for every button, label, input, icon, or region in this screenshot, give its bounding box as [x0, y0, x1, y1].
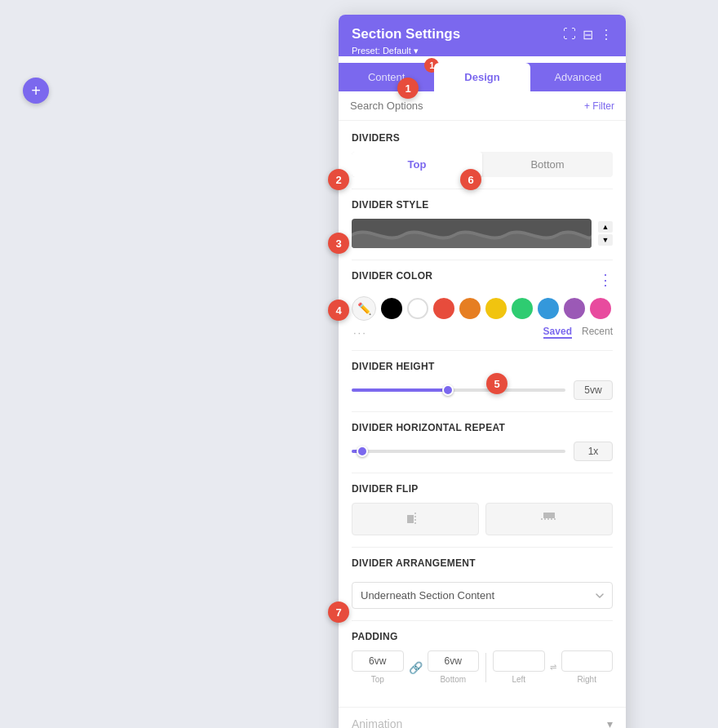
dividers-label: Dividers — [352, 132, 613, 144]
panel-content: + Filter Dividers Top Bottom Divider Sty… — [339, 91, 626, 728]
tab-design[interactable]: Design — [434, 63, 530, 91]
animation-label: Animation — [352, 717, 402, 728]
annotation-6: 6 — [460, 169, 481, 190]
style-down-arrow[interactable]: ▼ — [598, 234, 613, 246]
divider-height-track[interactable] — [352, 388, 565, 392]
flip-horizontal-button[interactable] — [352, 503, 479, 535]
more-icon[interactable]: ⋮ — [600, 27, 613, 42]
divider-height-value[interactable]: 5vw — [574, 380, 613, 400]
color-swatch-blue[interactable] — [538, 298, 559, 319]
annotation-7: 7 — [328, 601, 349, 623]
color-swatches: ✏️ — [352, 296, 613, 321]
animation-chevron: ▾ — [607, 717, 613, 728]
tab-content[interactable]: Content 1 — [339, 63, 434, 91]
padding-section: Padding Top 🔗 Bottom Left ⇌ — [339, 621, 626, 695]
divider-repeat-thumb[interactable] — [357, 446, 368, 457]
svg-rect-1 — [407, 515, 414, 523]
padding-bottom-label: Bottom — [440, 675, 466, 684]
divider-height-fill — [352, 388, 448, 392]
padding-link-button-2[interactable]: ⇌ — [548, 663, 558, 672]
color-swatch-white[interactable] — [407, 298, 428, 319]
annotation-5: 5 — [486, 373, 507, 394]
search-bar: + Filter — [339, 91, 626, 121]
divider-height-slider-row: 5vw — [352, 380, 613, 400]
padding-top-input[interactable] — [352, 650, 404, 672]
dividers-section: Dividers Top Bottom — [339, 121, 626, 177]
color-swatch-pink[interactable] — [590, 298, 611, 319]
divider-height-section: Divider Height 5vw — [339, 351, 626, 400]
padding-left-label: Left — [512, 675, 525, 684]
divider-style-arrows: ▲ ▼ — [598, 221, 613, 246]
animation-section[interactable]: Animation ▾ — [339, 707, 626, 728]
section-settings-panel: Section Settings ⛶ ⊟ ⋮ Preset: Default ▾… — [339, 15, 626, 728]
divider-flip-section: Divider Flip — [339, 473, 626, 535]
color-tab-saved[interactable]: Saved — [543, 326, 572, 339]
eyedropper-button[interactable]: ✏️ — [352, 296, 376, 321]
padding-left-input[interactable] — [493, 650, 545, 672]
color-tabs-row: Saved Recent — [543, 326, 613, 339]
divider-color-section: Divider Color ⋮ ✏️ ··· Saved Recent — [339, 260, 626, 339]
annotation-2: 2 — [328, 169, 349, 190]
divider-style-section: Divider Style ▲ ▼ — [339, 189, 626, 248]
padding-bottom-field: Bottom — [428, 650, 480, 684]
padding-left-field: Left — [493, 650, 545, 684]
divider-style-row: ▲ ▼ — [352, 219, 613, 248]
divider-arrangement-section: Divider Arrangement Underneath Section C… — [339, 548, 626, 609]
flip-buttons — [352, 503, 613, 535]
divider-tab-bottom[interactable]: Bottom — [482, 152, 613, 177]
panel-preset[interactable]: Preset: Default ▾ — [352, 46, 613, 56]
padding-top-label: Top — [371, 675, 384, 684]
padding-divider — [485, 653, 486, 682]
padding-link-button[interactable]: 🔗 — [407, 661, 424, 674]
padding-right-field: Right — [561, 650, 614, 684]
columns-icon[interactable]: ⊟ — [583, 27, 593, 42]
padding-right-input[interactable] — [561, 650, 614, 672]
divider-flip-label: Divider Flip — [352, 483, 613, 495]
color-swatch-yellow[interactable] — [485, 298, 507, 319]
color-more-dots: ··· — [353, 326, 367, 339]
divider-repeat-section: Divider Horizontal Repeat 1x — [339, 412, 626, 461]
color-tab-recent[interactable]: Recent — [582, 326, 613, 339]
divider-height-label: Divider Height — [352, 361, 613, 372]
padding-inputs: Top 🔗 Bottom Left ⇌ Right — [352, 650, 613, 684]
divider-style-label: Divider Style — [352, 199, 613, 211]
expand-icon[interactable]: ⛶ — [563, 27, 576, 42]
panel-tabs: Content 1 Design Advanced — [339, 63, 626, 91]
panel-header: Section Settings ⛶ ⊟ ⋮ Preset: Default ▾ — [339, 15, 626, 56]
search-input[interactable] — [350, 100, 584, 112]
add-section-button[interactable]: + — [23, 78, 49, 104]
divider-repeat-label: Divider Horizontal Repeat — [352, 422, 613, 433]
padding-bottom-input[interactable] — [428, 650, 480, 672]
padding-label: Padding — [352, 631, 613, 642]
divider-color-label: Divider Color — [352, 270, 432, 282]
divider-repeat-track[interactable] — [352, 450, 565, 453]
panel-header-top: Section Settings ⛶ ⊟ ⋮ — [352, 26, 613, 42]
padding-right-label: Right — [578, 675, 596, 684]
color-swatch-orange[interactable] — [459, 298, 481, 319]
divider-repeat-value[interactable]: 1x — [574, 442, 613, 461]
color-swatch-purple[interactable] — [564, 298, 585, 319]
divider-arrangement-label: Divider Arrangement — [352, 557, 613, 569]
annotation-4: 4 — [328, 300, 349, 321]
arrangement-select[interactable]: Underneath Section Content Above Section… — [352, 582, 613, 609]
divider-style-preview[interactable] — [352, 219, 592, 248]
svg-rect-4 — [543, 513, 555, 518]
annotation-3: 3 — [328, 233, 349, 254]
flip-vertical-button[interactable] — [485, 503, 613, 535]
divider-repeat-slider-row: 1x — [352, 442, 613, 461]
color-more-menu[interactable]: ⋮ — [598, 271, 613, 289]
divider-height-thumb[interactable] — [442, 384, 454, 396]
panel-title: Section Settings — [352, 26, 460, 42]
color-swatch-red[interactable] — [433, 298, 454, 319]
tab-advanced[interactable]: Advanced — [530, 63, 626, 91]
divider-position-tabs: Top Bottom — [352, 152, 613, 177]
style-up-arrow[interactable]: ▲ — [598, 221, 613, 233]
panel-header-icons: ⛶ ⊟ ⋮ — [563, 27, 613, 42]
color-swatch-black[interactable] — [381, 298, 402, 319]
filter-button[interactable]: + Filter — [584, 100, 614, 112]
annotation-1: 1 — [397, 78, 419, 99]
color-label-row: Divider Color ⋮ — [352, 270, 613, 290]
padding-top-field: Top — [352, 650, 404, 684]
color-swatch-green[interactable] — [512, 298, 533, 319]
